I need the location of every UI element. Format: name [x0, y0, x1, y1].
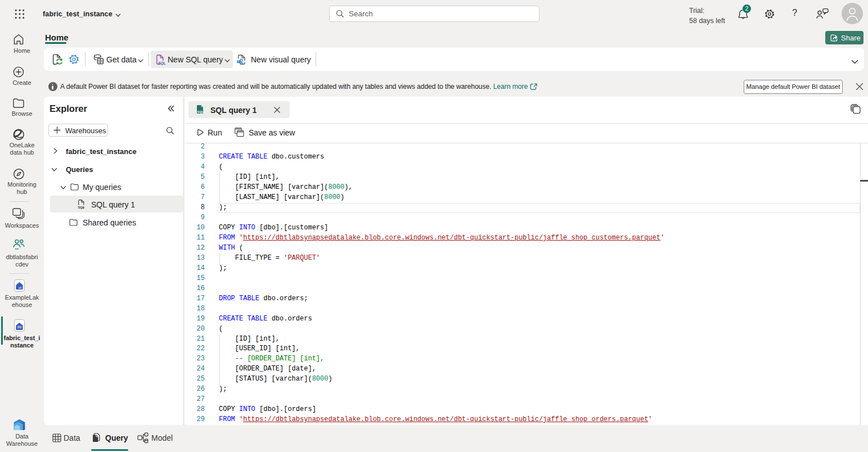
svg-text:SQL: SQL — [159, 61, 166, 65]
svg-text:SQL: SQL — [78, 206, 84, 209]
svg-text:SQL: SQL — [197, 110, 204, 114]
